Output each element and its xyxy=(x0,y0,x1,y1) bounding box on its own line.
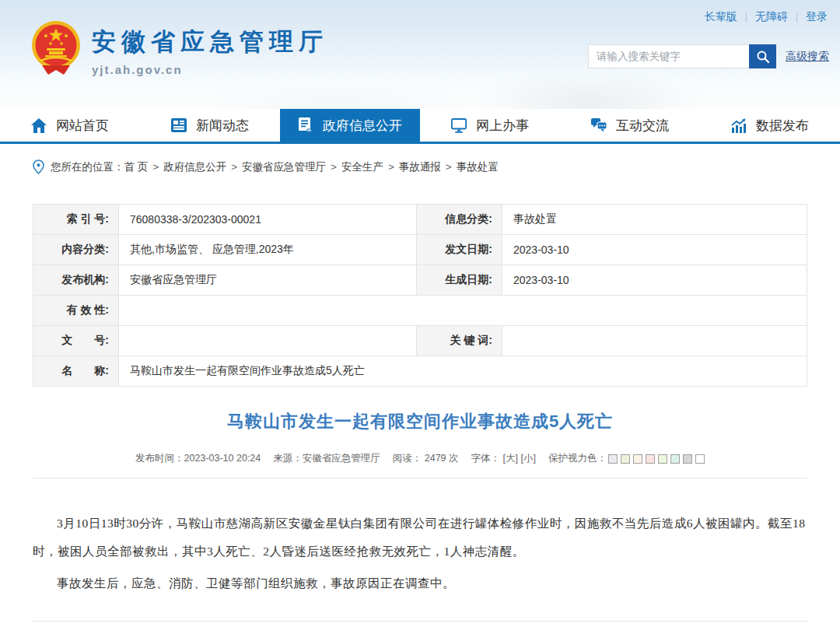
search-icon xyxy=(756,50,770,64)
breadcrumb-prefix: 您所在的位置： xyxy=(51,160,124,174)
issue-date-label: 发文日期: xyxy=(417,235,502,265)
article-body: 3月10日13时30分许，马鞍山市慈湖高新区安徽金星钛白集团有限公司在进行罐体检… xyxy=(33,510,807,597)
topbar-separator: | xyxy=(745,12,747,23)
doc-number-value xyxy=(119,326,417,356)
font-smaller-button[interactable]: [小] xyxy=(520,453,535,464)
keywords-value xyxy=(502,326,807,356)
location-pin-icon xyxy=(33,159,44,174)
nav-label: 新闻动态 xyxy=(196,117,249,135)
breadcrumb-item-gov-info[interactable]: 政府信息公开 xyxy=(163,160,226,174)
page-title: 马鞍山市发生一起有限空间作业事故造成5人死亡 xyxy=(0,410,840,433)
document-icon xyxy=(298,117,313,133)
eye-color-swatch[interactable] xyxy=(646,454,655,464)
nav-item-data[interactable]: 数据发布 xyxy=(700,109,840,142)
nav-label: 互动交流 xyxy=(616,117,669,135)
monitor-icon xyxy=(451,117,467,133)
content-class-label: 内容分类: xyxy=(33,235,119,265)
eye-color-swatch[interactable] xyxy=(695,454,705,464)
home-icon xyxy=(31,117,47,133)
main-nav: 网站首页 新闻动态 政府信息公开 网上办事 互动交流 数据发布 xyxy=(0,109,840,144)
topbar-link-accessibility[interactable]: 无障碍 xyxy=(755,10,788,24)
breadcrumb-item-department[interactable]: 安徽省应急管理厅 xyxy=(242,160,326,174)
search-button[interactable] xyxy=(749,44,776,68)
create-date-label: 生成日期: xyxy=(417,265,502,296)
nav-item-online-services[interactable]: 网上办事 xyxy=(420,109,560,142)
validity-value xyxy=(119,296,807,326)
site-banner: 长辈版 | 无障碍 | 登录 安徽省应急管理厅 yjt.ah.gov.cn xyxy=(0,0,840,109)
article-meta: 发布时间：2023-03-10 20:24 来源：安徽省应急管理厅 阅读： 24… xyxy=(0,452,840,465)
search-area: 高级搜索 xyxy=(588,44,829,68)
article-source: 来源：安徽省应急管理厅 xyxy=(273,452,380,465)
view-count: 阅读： 2479 次 xyxy=(393,452,459,465)
site-logo[interactable]: 安徽省应急管理厅 yjt.ah.gov.cn xyxy=(31,20,328,76)
breadcrumb-separator: > xyxy=(446,161,452,173)
national-emblem-icon xyxy=(31,20,81,75)
breadcrumb-item-accident-report[interactable]: 事故通报 xyxy=(399,160,441,174)
name-value: 马鞍山市发生一起有限空间作业事故造成5人死亡 xyxy=(119,356,807,387)
nav-label: 网上办事 xyxy=(476,117,529,135)
keywords-label: 关 键 词: xyxy=(417,326,502,356)
article-paragraph: 事故发生后，应急、消防、卫健等部门组织施救，事故原因正在调查中。 xyxy=(33,569,807,597)
bottom-divider xyxy=(33,621,807,622)
table-row: 索 引 号: 76080338-3/202303-00021 信息分类: 事故处… xyxy=(33,205,807,235)
table-row: 内容分类: 其他,市场监管、 应急管理,2023年 发文日期: 2023-03-… xyxy=(33,235,807,265)
breadcrumb-separator: > xyxy=(231,161,237,173)
advanced-search-link[interactable]: 高级搜索 xyxy=(786,50,829,64)
nav-label: 政府信息公开 xyxy=(323,117,402,135)
info-class-label: 信息分类: xyxy=(417,205,502,235)
topbar-link-elder[interactable]: 长辈版 xyxy=(705,10,737,24)
table-row: 文 号: 关 键 词: xyxy=(33,326,807,356)
eye-color-swatches xyxy=(608,454,705,464)
name-label: 名 称: xyxy=(33,356,119,387)
topbar-links: 长辈版 | 无障碍 | 登录 xyxy=(705,10,828,24)
breadcrumb-separator: > xyxy=(152,161,159,173)
nav-item-news[interactable]: 新闻动态 xyxy=(140,109,280,142)
document-info-table: 索 引 号: 76080338-3/202303-00021 信息分类: 事故处… xyxy=(33,204,807,387)
nav-label: 网站首页 xyxy=(56,117,109,135)
nav-label: 数据发布 xyxy=(756,117,809,135)
chat-icon xyxy=(591,117,607,133)
topbar-separator: | xyxy=(796,12,798,23)
publish-time: 发布时间：2023-03-10 20:24 xyxy=(135,452,261,465)
nav-item-gov-info[interactable]: 政府信息公开 xyxy=(280,109,420,142)
publisher-label: 发布机构: xyxy=(33,265,119,296)
eye-color-swatch[interactable] xyxy=(621,454,630,464)
font-size-controls: 字体： [大] [小] xyxy=(471,452,536,465)
font-size-label: 字体： xyxy=(471,453,501,464)
eye-color-swatch[interactable] xyxy=(658,454,667,464)
meta-divider xyxy=(33,478,807,478)
eye-protection: 保护视力色： xyxy=(548,452,705,465)
publisher-value: 安徽省应急管理厅 xyxy=(119,265,417,296)
search-input[interactable] xyxy=(588,44,749,68)
topbar-link-login[interactable]: 登录 xyxy=(806,10,828,24)
breadcrumb-separator: > xyxy=(331,161,337,173)
info-class-value: 事故处置 xyxy=(502,205,807,235)
table-row: 名 称: 马鞍山市发生一起有限空间作业事故造成5人死亡 xyxy=(33,356,807,387)
eye-color-swatch[interactable] xyxy=(670,454,680,464)
issue-date-value: 2023-03-10 xyxy=(502,235,807,265)
validity-label: 有 效 性: xyxy=(33,296,119,326)
breadcrumb-item-home[interactable]: 首 页 xyxy=(124,160,149,174)
breadcrumb: 您所在的位置： 首 页 > 政府信息公开 > 安徽省应急管理厅 > 安全生产 >… xyxy=(0,144,840,185)
table-row: 有 效 性: xyxy=(33,296,807,326)
chart-icon xyxy=(731,117,747,133)
eye-color-swatch[interactable] xyxy=(608,454,618,464)
index-number-value: 76080338-3/202303-00021 xyxy=(119,205,417,235)
eye-color-swatch[interactable] xyxy=(683,454,692,464)
breadcrumb-separator: > xyxy=(388,161,394,173)
eye-color-swatch[interactable] xyxy=(633,454,642,464)
news-icon xyxy=(171,117,187,133)
article-paragraph: 3月10日13时30分许，马鞍山市慈湖高新区安徽金星钛白集团有限公司在进行罐体检… xyxy=(33,510,807,566)
site-url: yjt.ah.gov.cn xyxy=(92,63,328,76)
breadcrumb-item-safety[interactable]: 安全生产 xyxy=(341,160,383,174)
breadcrumb-item-accident-handling[interactable]: 事故处置 xyxy=(457,160,499,174)
doc-number-label: 文 号: xyxy=(33,326,119,356)
nav-item-home[interactable]: 网站首页 xyxy=(0,109,140,142)
nav-item-interaction[interactable]: 互动交流 xyxy=(560,109,700,142)
eye-protection-label: 保护视力色： xyxy=(548,453,607,464)
site-name: 安徽省应急管理厅 xyxy=(92,26,328,58)
table-row: 发布机构: 安徽省应急管理厅 生成日期: 2023-03-10 xyxy=(33,265,807,296)
content-class-value: 其他,市场监管、 应急管理,2023年 xyxy=(119,235,417,265)
create-date-value: 2023-03-10 xyxy=(502,265,807,296)
font-larger-button[interactable]: [大] xyxy=(503,453,518,464)
